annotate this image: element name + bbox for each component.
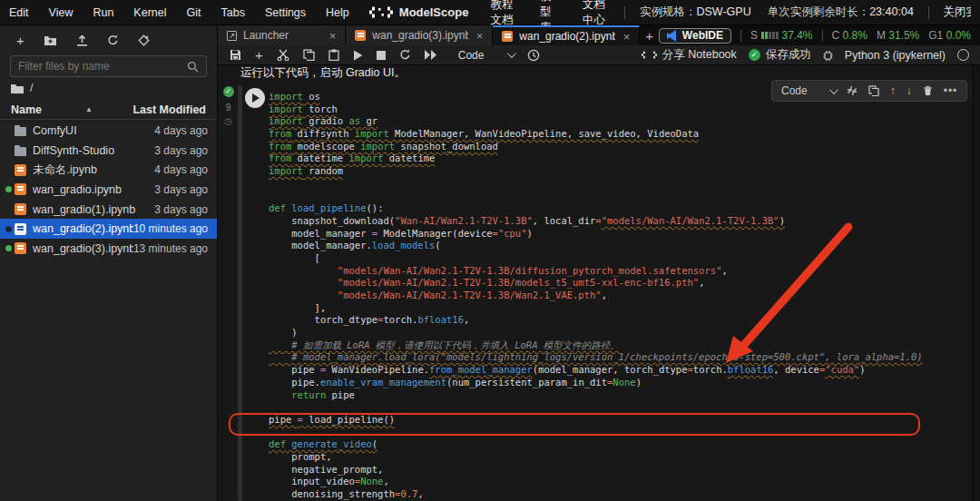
share-notebook-button[interactable]: 分享 Notebook (642, 47, 737, 63)
sort-asc-icon: ▲ (85, 105, 93, 113)
new-tab-button[interactable]: + (640, 25, 659, 45)
cell-collapser[interactable] (238, 85, 242, 501)
file-row[interactable]: wan_gradio(3).ipynb13 minutes ago (0, 239, 217, 259)
paste-cells-button[interactable] (328, 49, 339, 61)
code-line: ) (269, 327, 971, 339)
upload-icon[interactable] (76, 34, 88, 46)
timer-icon: ◷ (220, 116, 236, 126)
kernel-dot (5, 147, 12, 153)
close-icon[interactable]: × (475, 29, 485, 43)
notebook-content: 运行以下代码，启动 Gradio UI。 ✓ 9 ◷ import osimpo… (218, 65, 980, 501)
menu-view[interactable]: View (49, 6, 74, 19)
file-row[interactable]: wan_gradio(1).ipynb3 days ago (0, 200, 217, 220)
menu-kernel[interactable]: Kernel (133, 6, 166, 19)
notebook-icon (355, 30, 366, 41)
webide-logo-icon (667, 30, 677, 42)
code-line: # 如需加载 LoRA 模型，请使用以下代码，并填入 LoRA 模型文件的路径。 (269, 339, 971, 352)
cell-type-select[interactable]: Code (458, 49, 514, 62)
metric-cpu: C 0.8% (832, 29, 867, 42)
menu-tabs[interactable]: Tabs (220, 6, 244, 19)
code-line: import random (269, 165, 971, 178)
kernel-dot (5, 226, 12, 232)
file-name: wan_gradio(2).ipynb (33, 222, 133, 235)
menubar: Edit View Run Kernel Git Tabs Settings H… (0, 0, 980, 25)
execution-time-icon[interactable] (527, 49, 540, 62)
cell-mode-select[interactable]: Code (781, 84, 836, 97)
file-row[interactable]: 未命名.ipynb4 days ago (0, 160, 217, 180)
close-icon[interactable]: × (622, 30, 632, 44)
notebook-toolbar: + Code 分享 Notebook ✓ 保存成功 Python 3 (ipyk… (218, 45, 980, 65)
delete-cell-icon[interactable] (923, 85, 933, 96)
file-name: ComfyUI (33, 124, 154, 137)
cell-success-icon: ✓ (223, 86, 234, 97)
filter-files-box (10, 55, 207, 77)
notebook-icon (502, 31, 513, 42)
close-icon[interactable]: × (328, 29, 338, 43)
move-cell-up-icon[interactable]: ↑ (890, 84, 896, 97)
close-instance-button[interactable]: 关闭实例 (943, 5, 971, 20)
menu-edit[interactable]: Edit (9, 6, 29, 19)
file-row[interactable]: ComfyUI4 days ago (0, 121, 217, 141)
code-line: snapshot_download("Wan-AI/Wan2.1-T2V-1.3… (269, 215, 971, 228)
collapse-icon[interactable] (847, 85, 858, 96)
new-folder-icon[interactable] (44, 34, 57, 46)
file-row[interactable]: wan_gradio(2).ipynb10 minutes ago (0, 219, 217, 239)
link-doc-center[interactable]: 文档中心 (583, 0, 611, 28)
save-button[interactable] (230, 49, 241, 61)
restart-run-all-button[interactable] (425, 50, 437, 60)
tab-wan-gradio-3[interactable]: wan_gradio(3).ipynb × (346, 25, 493, 45)
filter-files-input[interactable] (18, 60, 187, 73)
menu-settings[interactable]: Settings (265, 6, 306, 19)
breadcrumb-root[interactable]: / (30, 82, 33, 94)
webide-button[interactable]: WebIDE (659, 28, 731, 44)
new-launcher-button[interactable]: + (16, 33, 24, 48)
stop-kernel-button[interactable] (377, 51, 386, 60)
file-modified: 4 days ago (154, 163, 208, 176)
tab-bar: ↗ Launcher × wan_gradio(3).ipynb × wan_g… (218, 25, 980, 45)
modelscope-logo-icon (369, 5, 393, 19)
resource-monitor-icon[interactable] (823, 50, 833, 61)
divider (822, 30, 823, 42)
add-cell-button[interactable]: + (255, 47, 263, 63)
code-line: def load_pipeline(): (269, 202, 971, 215)
duplicate-cell-icon[interactable] (868, 85, 879, 96)
copy-cells-button[interactable] (303, 49, 315, 61)
code-line: import gradio as gr (269, 115, 971, 128)
move-cell-down-icon[interactable]: ↓ (906, 84, 912, 97)
scrollbar[interactable] (973, 65, 980, 501)
more-actions-icon[interactable]: ••• (944, 84, 958, 97)
code-line: import torch (269, 103, 971, 116)
file-row[interactable]: wan_gradio.ipynb3 days ago (0, 180, 217, 200)
column-name[interactable]: Name▲ (11, 103, 132, 116)
run-cell-button[interactable] (353, 50, 363, 61)
breadcrumb[interactable]: / (11, 82, 33, 94)
code-line: "models/Wan-AI/Wan2.1-T2V-1.3B/models_t5… (269, 277, 971, 290)
tab-wan-gradio-2[interactable]: wan_gradio(2).ipynb × (493, 25, 640, 45)
code-line: from datetime import datetime (269, 152, 971, 165)
tag-icon[interactable] (138, 34, 150, 46)
code-line (269, 191, 971, 203)
code-line: "models/Wan-AI/Wan2.1-T2V-1.3B/diffusion… (269, 265, 971, 278)
refresh-icon[interactable] (107, 34, 119, 46)
menu-git[interactable]: Git (187, 6, 201, 19)
tab-launcher[interactable]: ↗ Launcher × (218, 25, 346, 45)
code-line: denoising_strength=0.7, (269, 488, 971, 501)
file-modified: 3 days ago (154, 203, 208, 216)
file-row[interactable]: DiffSynth-Studio3 days ago (0, 141, 217, 161)
restart-kernel-button[interactable] (399, 49, 411, 61)
kernel-dot (5, 167, 12, 173)
menu-run[interactable]: Run (93, 6, 113, 19)
code-line: from modelscope import snapshot_download (269, 141, 971, 153)
code-lines[interactable]: import osimport torchimport gradio as gr… (269, 91, 971, 501)
file-name: wan_gradio(1).ipynb (33, 203, 154, 216)
markdown-cell-text[interactable]: 运行以下代码，启动 Gradio UI。 (240, 65, 406, 81)
link-tutorial-docs[interactable]: 教程文档 (490, 0, 518, 28)
folder-icon (11, 84, 24, 93)
cut-cells-button[interactable] (277, 49, 289, 61)
notebook-icon (15, 242, 26, 254)
column-last-modified[interactable]: Last Modified (132, 103, 206, 116)
kernel-name[interactable]: Python 3 (ipykernel) (845, 49, 946, 62)
kernel-status-icon[interactable] (957, 49, 969, 61)
run-this-cell-button[interactable] (245, 88, 265, 108)
menu-help[interactable]: Help (326, 6, 349, 19)
